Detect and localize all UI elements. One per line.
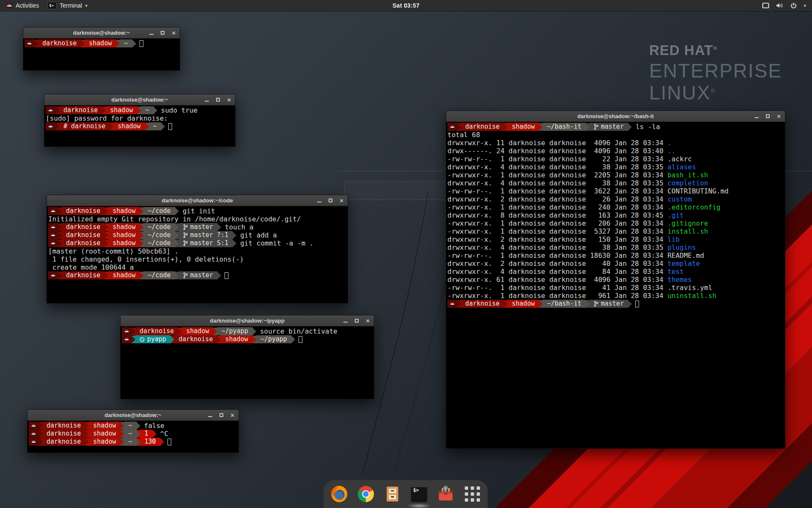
- minimize-button[interactable]: [149, 31, 154, 35]
- close-button[interactable]: ×: [777, 114, 781, 119]
- prompt-segment-user: darknoise: [135, 327, 178, 335]
- maximize-button[interactable]: [161, 31, 165, 35]
- prompt-segment-git: master: [590, 300, 628, 308]
- terminal-cursor: [225, 272, 228, 279]
- close-button[interactable]: ×: [340, 199, 343, 203]
- terminal-content[interactable]: darknoiseshadow~/codegit initInitialized…: [47, 207, 347, 303]
- prompt-segment-user: darknoise: [42, 422, 85, 430]
- file-attributes: drwxrwxr-x. 4 darknoise darknoise 84 Jan…: [447, 268, 667, 276]
- terminal-content[interactable]: darknoiseshadow~/bash-itmasterls -latota…: [447, 122, 785, 448]
- files-icon[interactable]: [383, 483, 402, 505]
- minimize-button[interactable]: [343, 319, 348, 323]
- firefox-icon[interactable]: [329, 483, 349, 505]
- close-button[interactable]: ×: [366, 319, 370, 323]
- powerline-arrow: [137, 422, 140, 430]
- file-name: custom: [667, 195, 692, 203]
- powerline-arrow: [104, 224, 108, 231]
- file-name: plugins: [667, 243, 696, 251]
- command-text: false: [140, 422, 165, 430]
- powerline-arrow: [213, 328, 217, 335]
- file-attributes: -rw-rw-r--. 1 darknoise darknoise 3622 J…: [447, 187, 667, 195]
- file-attributes: -rwxrwxr-x. 1 darknoise darknoise 240 Ja…: [447, 203, 667, 211]
- redhat-icon: [50, 273, 56, 278]
- close-button[interactable]: ×: [172, 31, 176, 35]
- window-title: darknoise@shadow:~/pyapp: [210, 318, 284, 324]
- prompt-segment-path: ~/pyapp: [217, 327, 252, 335]
- powerline-arrow: [586, 123, 590, 131]
- activities-button[interactable]: Activities: [4, 0, 41, 11]
- terminal-code-window: darknoise@shadow:~/code×darknoiseshadow~…: [47, 195, 348, 304]
- ls-output-line: -rwxrwxr-x. 1 darknoise darknoise 240 Ja…: [447, 203, 784, 211]
- command-text: sudo true: [157, 106, 198, 114]
- terminal-pyapp-window: darknoise@shadow:~/pyapp×darknoiseshadow…: [120, 315, 374, 399]
- minimize-button[interactable]: [754, 114, 759, 118]
- prompt-segment-user: darknoise: [174, 335, 217, 343]
- prompt-segment-host: shadow: [508, 300, 539, 308]
- ls-output-line: -rw-rw-r--. 1 darknoise darknoise 3622 J…: [447, 187, 784, 195]
- app-menu[interactable]: $> Terminal ▾: [44, 0, 91, 11]
- maximize-button[interactable]: [329, 199, 332, 202]
- minimize-button[interactable]: [205, 98, 209, 102]
- ls-output-line: -rwxrwxr-x. 1 darknoise darknoise 5327 J…: [447, 227, 784, 235]
- system-status-area[interactable]: ▾: [762, 0, 812, 11]
- command-text: ls -la: [632, 123, 660, 131]
- close-button[interactable]: ×: [227, 98, 231, 102]
- powerline-arrow: [116, 40, 120, 47]
- terminal-content[interactable]: darknoiseshadow~falsedarknoiseshadow~1^C…: [28, 421, 238, 452]
- prompt-segment-exit: 1: [140, 430, 153, 438]
- software-toolbox-icon[interactable]: [436, 483, 455, 505]
- prompt-line: darknoiseshadow~/pyappsource bin/activat…: [122, 327, 373, 335]
- app-grid-icon[interactable]: [463, 483, 482, 505]
- maximize-button[interactable]: [355, 319, 359, 323]
- powerline-arrow: [252, 336, 256, 343]
- minimize-button[interactable]: [317, 199, 321, 202]
- file-name: .travis.yml: [667, 284, 712, 292]
- prompt-segment-hat: [122, 327, 132, 335]
- terminal-content[interactable]: darknoiseshadow~/pyappsource bin/activat…: [121, 327, 373, 398]
- powerline-arrow: [539, 300, 543, 308]
- clock[interactable]: Sat 03:57: [392, 2, 420, 9]
- file-name: .git: [667, 211, 684, 219]
- file-name: .gitignore: [667, 219, 708, 227]
- maximize-button[interactable]: [216, 98, 220, 102]
- terminal-output-line: [sudo] password for darknoise:: [46, 114, 234, 122]
- prompt-segment-user: darknoise: [42, 430, 85, 438]
- window-controls: ×: [149, 28, 176, 38]
- app-menu-label: Terminal: [60, 2, 82, 9]
- ls-output-line: -rw-rw-r--. 1 darknoise darknoise 22 Jan…: [447, 155, 784, 163]
- terminal-content[interactable]: darknoiseshadow~: [24, 39, 179, 70]
- redhat-icon: [50, 232, 56, 238]
- terminal-content[interactable]: darknoiseshadow~sudo true[sudo] password…: [45, 106, 235, 146]
- branch-icon: [594, 124, 598, 130]
- powerline-arrow: [140, 232, 143, 239]
- window-titlebar[interactable]: darknoise@shadow:~×: [23, 28, 180, 39]
- powerline-arrow: [175, 207, 179, 215]
- window-titlebar[interactable]: darknoise@shadow:~/bash-it×: [446, 111, 785, 122]
- powerline-arrow: [160, 438, 164, 446]
- redhat-icon: [50, 224, 56, 230]
- minimize-button[interactable]: [208, 413, 212, 417]
- prompt-segment-host: shadow: [89, 422, 120, 430]
- powerline-arrow: [145, 123, 149, 130]
- maximize-button[interactable]: [219, 413, 223, 417]
- prompt-segment-host: shadow: [108, 223, 140, 231]
- prompt-line: darknoiseshadow~1^C: [29, 430, 237, 438]
- window-controls: ×: [208, 410, 234, 420]
- close-button[interactable]: ×: [230, 413, 234, 417]
- file-name: completion: [667, 179, 708, 187]
- prompt-segment-user: darknoise: [62, 239, 104, 247]
- window-titlebar[interactable]: darknoise@shadow:~/code×: [47, 195, 348, 206]
- window-titlebar[interactable]: darknoise@shadow:~×: [27, 410, 239, 421]
- window-titlebar[interactable]: darknoise@shadow:~/pyapp×: [121, 315, 374, 326]
- powerline-arrow: [137, 430, 140, 438]
- chrome-icon[interactable]: [356, 483, 376, 505]
- powerline-arrow: [58, 240, 62, 247]
- terminal-icon[interactable]: $>: [409, 483, 429, 505]
- ls-output-line: -rwxrwxr-x. 1 darknoise darknoise 961 Ja…: [447, 292, 784, 300]
- powerline-arrow: [110, 123, 113, 130]
- file-attributes: drwxrwxr-x. 61 darknoise darknoise 4096 …: [447, 276, 667, 284]
- prompt-segment-host: shadow: [89, 438, 120, 446]
- prompt-segment-host: shadow: [108, 271, 140, 279]
- window-titlebar[interactable]: darknoise@shadow:~×: [44, 94, 235, 105]
- maximize-button[interactable]: [766, 114, 770, 118]
